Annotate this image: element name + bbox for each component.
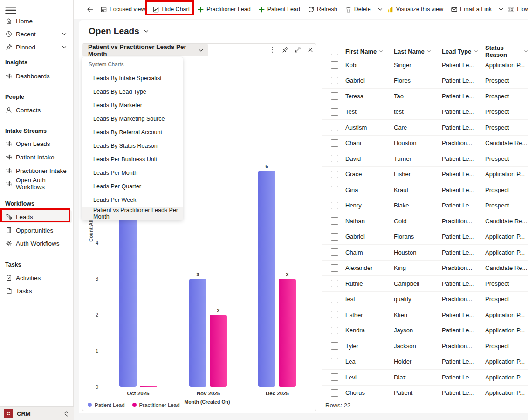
select-all-checkbox[interactable] — [331, 48, 338, 55]
chart-option-leads-by-marketer[interactable]: Leads By Marketer — [82, 98, 183, 112]
toolbar-flow-button[interactable]: Flow — [504, 3, 528, 16]
cell-status-reason[interactable]: Prospect — [485, 186, 528, 193]
cell-last-name[interactable]: Singer — [394, 62, 442, 69]
cell-first-name[interactable]: David — [345, 155, 394, 162]
cell-lead-type[interactable]: Practition... — [442, 343, 485, 350]
cell-first-name[interactable]: Esther — [345, 311, 394, 318]
row-checkbox[interactable] — [331, 296, 338, 303]
row-checkbox[interactable] — [331, 373, 338, 381]
sidebar-item-tasks[interactable]: Tasks — [2, 284, 72, 297]
cell-lead-type[interactable]: Patient Le... — [442, 77, 485, 84]
cell-lead-type[interactable]: Patient Le... — [442, 202, 485, 209]
toolbar-email-a-link-button[interactable]: Email a Link — [447, 3, 495, 16]
row-checkbox[interactable] — [331, 124, 338, 131]
cell-first-name[interactable]: Kobi — [345, 62, 394, 69]
cell-status-reason[interactable]: Prospect — [485, 77, 528, 84]
cell-last-name[interactable]: King — [394, 264, 442, 271]
overflow-chevron[interactable] — [498, 3, 504, 16]
row-checkbox[interactable] — [331, 311, 338, 318]
cell-lead-type[interactable]: Practition... — [442, 218, 485, 225]
table-row[interactable]: EstherKlienPatient Le...Application P... — [322, 307, 528, 323]
row-checkbox[interactable] — [331, 171, 338, 178]
cell-last-name[interactable]: Jayson — [394, 327, 442, 334]
chart-option-leads-by-intake-specialist[interactable]: Leads By Intake Specialist — [82, 71, 183, 85]
cell-last-name[interactable]: Jackson — [394, 343, 442, 350]
table-row[interactable]: HenryBlakePatient Le...Prospect — [322, 198, 528, 214]
cell-lead-type[interactable]: Patient Le... — [442, 233, 485, 240]
cell-status-reason[interactable]: Application P... — [485, 62, 528, 69]
cell-first-name[interactable]: Chaim — [345, 249, 394, 256]
cell-last-name[interactable]: Flores — [394, 77, 442, 84]
cell-first-name[interactable]: Test — [345, 108, 394, 115]
cell-last-name[interactable]: Klien — [394, 311, 442, 318]
cell-first-name[interactable]: Austism — [345, 124, 394, 131]
cell-lead-type[interactable]: Patient Le... — [442, 155, 485, 162]
chevron-down-icon[interactable] — [62, 44, 67, 50]
cell-status-reason[interactable]: Prospect — [485, 93, 528, 100]
row-checkbox[interactable] — [331, 358, 338, 365]
cell-first-name[interactable]: Gabriel — [345, 233, 394, 240]
cell-lead-type[interactable]: Patient Le... — [442, 108, 485, 115]
chart-option-leads-per-week[interactable]: Leads Per Week — [82, 193, 183, 207]
chart-option-leads-by-status-reason[interactable]: Leads By Status Reason — [82, 139, 183, 152]
sidebar-item-contacts[interactable]: Contacts — [2, 103, 72, 117]
cell-last-name[interactable]: Florans — [394, 233, 442, 240]
chart-more-options-icon[interactable] — [269, 46, 276, 54]
toolbar-delete-button[interactable]: Delete — [341, 3, 375, 16]
row-checkbox[interactable] — [331, 202, 338, 209]
cell-lead-type[interactable]: Patient Le... — [442, 311, 485, 318]
column-header-first-name[interactable]: First Name — [345, 48, 394, 55]
cell-first-name[interactable]: Henry — [345, 202, 394, 209]
cell-status-reason[interactable]: Prospect — [485, 124, 528, 131]
toolbar-refresh-button[interactable]: Refresh — [304, 3, 341, 16]
cell-last-name[interactable]: Kraut — [394, 186, 442, 193]
cell-status-reason[interactable]: Prospect — [485, 343, 528, 350]
sidebar-item-opportunities[interactable]: Opportunities — [2, 224, 72, 237]
cell-last-name[interactable]: Houston — [394, 249, 442, 256]
legend-item-practitioner-lead[interactable]: Practitioner Lead — [132, 402, 180, 408]
cell-first-name[interactable]: Grace — [345, 171, 394, 178]
cell-lead-type[interactable]: Patient Le... — [442, 186, 485, 193]
cell-first-name[interactable]: Ruthie — [345, 280, 394, 287]
view-selector[interactable]: Open Leads — [89, 26, 149, 36]
row-checkbox[interactable] — [331, 77, 338, 84]
app-switcher-chevrons-icon[interactable] — [62, 410, 70, 417]
cell-status-reason[interactable]: Candidate Re... — [485, 264, 528, 271]
cell-lead-type[interactable]: Practition... — [442, 296, 485, 303]
table-row[interactable]: TeresaTaoPatient Le...Prospect — [322, 89, 528, 104]
cell-status-reason[interactable]: Application P... — [485, 374, 528, 381]
row-checkbox[interactable] — [331, 280, 338, 287]
table-row[interactable]: KobiSingerPatient Le...Application P... — [322, 57, 528, 73]
back-button[interactable] — [86, 3, 94, 16]
sidebar-item-home[interactable]: Home — [2, 14, 72, 28]
toolbar-visualize-this-view-button[interactable]: Visualize this view — [383, 3, 447, 16]
cell-lead-type[interactable]: Patient Le... — [442, 389, 485, 396]
cell-status-reason[interactable]: Candidate Re... — [485, 139, 528, 146]
cell-last-name[interactable]: Blake — [394, 202, 442, 209]
column-header-status-reason[interactable]: Status Reason — [485, 44, 528, 58]
row-checkbox[interactable] — [331, 264, 338, 272]
column-header-last-name[interactable]: Last Name — [394, 48, 442, 55]
cell-last-name[interactable]: qualify — [394, 296, 442, 303]
cell-lead-type[interactable]: Patient Le... — [442, 280, 485, 287]
cell-last-name[interactable]: Gold — [394, 218, 442, 225]
table-row[interactable]: GraceFisherPatient Le...Application P... — [322, 167, 528, 183]
chart-option-leads-by-lead-type[interactable]: Leads By Lead Type — [82, 85, 183, 98]
chart-selector-button[interactable]: Patient vs Practitioner Leads Per Month — [82, 44, 208, 56]
row-checkbox[interactable] — [331, 61, 338, 69]
sidebar-item-open-leads[interactable]: Open Leads — [2, 137, 72, 150]
table-row[interactable]: RuthieCampbellPatient Le...Prospect — [322, 276, 528, 292]
chart-pin-icon[interactable] — [281, 46, 289, 54]
table-row[interactable]: ChaimHoustonPatient Le...Application P..… — [322, 245, 528, 261]
cell-first-name[interactable]: test — [345, 296, 394, 303]
hamburger-menu-button[interactable] — [4, 4, 17, 14]
table-row[interactable]: AustismCarePatient Le...Prospect — [322, 120, 528, 136]
row-checkbox[interactable] — [331, 248, 338, 256]
sidebar-item-auth-workflows[interactable]: Auth Workflows — [2, 237, 72, 250]
sidebar-item-open-auth-workflows[interactable]: Open Auth Workflows — [2, 177, 72, 190]
chart-option-leads-by-marketing-source[interactable]: Leads By Marketing Source — [82, 112, 183, 125]
table-row[interactable]: KendraJaysonPatient Le...Application P..… — [322, 323, 528, 339]
cell-lead-type[interactable]: Patient Le... — [442, 124, 485, 131]
sidebar-item-recent[interactable]: Recent — [2, 28, 72, 41]
cell-lead-type[interactable]: Patient Le... — [442, 171, 485, 178]
